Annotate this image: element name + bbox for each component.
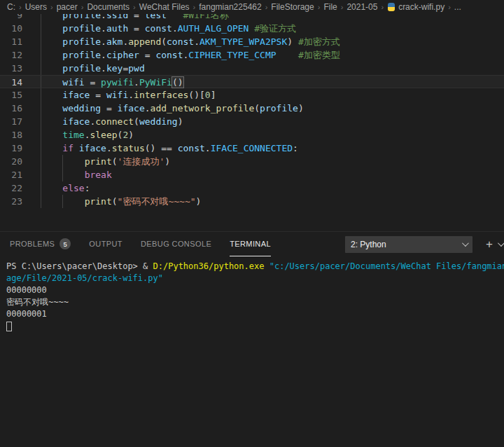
code-line-23: 23 print("密码不对哦~~~~") <box>0 195 504 208</box>
code-token: = <box>90 90 106 100</box>
line-number: 18 <box>0 128 22 142</box>
breadcrumb-item-2021-05[interactable]: 2021-05 <box>346 2 377 12</box>
panel-actions: 2: Python + <box>345 236 504 253</box>
code-token: CIPHER_TYPE_CCMP <box>188 50 276 60</box>
code-token: = <box>85 77 101 88</box>
code-token <box>41 77 62 88</box>
panel-header: PROBLEMS5OUTPUTDEBUG CONSOLETERMINAL 2: … <box>0 232 504 256</box>
code-token: iface <box>118 103 145 114</box>
breadcrumb-item-fangmian225462[interactable]: fangmian225462 <box>199 2 261 12</box>
code-token: = <box>128 23 144 34</box>
panel-tab-problems[interactable]: PROBLEMS5 <box>10 232 71 256</box>
code-token: ( <box>254 103 260 114</box>
breadcrumb-item-file[interactable]: File <box>323 2 337 12</box>
code-token: const <box>145 23 172 34</box>
code-token: profile <box>62 50 101 60</box>
terminal-text: "c:/Users/pacer/Documents/WeChat Files/f… <box>270 261 504 271</box>
code-token <box>41 143 62 153</box>
code-line-18: 18 time.sleep(2) <box>0 128 504 142</box>
terminal-output[interactable]: PS C:\Users\pacer\Desktop> & D:/Python36… <box>0 257 504 447</box>
breadcrumb-separator-icon: › <box>19 3 22 11</box>
code-token: sleep <box>90 130 117 140</box>
breadcrumb-item-wechatfiles[interactable]: WeChat Files <box>139 2 190 12</box>
code-lines: 9 profile.ssid = test #WiFi名称10 profile.… <box>0 0 504 208</box>
code-line-13: 13 profile.key=pwd <box>0 62 504 75</box>
breadcrumb-item-...[interactable]: ... <box>454 2 461 12</box>
breadcrumb-item-crack-wifi.py[interactable]: crack-wifi.py <box>387 2 444 12</box>
code-token: . <box>205 143 211 153</box>
terminal-line: PS C:\Users\pacer\Desktop> & D:/Python36… <box>6 261 504 273</box>
code-token: profile <box>62 63 101 74</box>
code-line-14: 14 wifi = pywifi.PyWiFi() <box>0 75 504 88</box>
code-token <box>41 63 62 74</box>
terminal-instance-select[interactable]: 2: Python <box>345 236 472 253</box>
terminal-cursor <box>6 322 12 331</box>
code-token: add_network_profile <box>150 103 255 114</box>
line-number: 13 <box>0 62 22 75</box>
breadcrumb-separator-icon: › <box>318 3 321 11</box>
code-token: ( <box>112 196 118 207</box>
panel-tab-label: DEBUG CONSOLE <box>141 240 211 248</box>
indent-guide <box>41 22 41 35</box>
indent-guide <box>41 181 41 195</box>
code-token: wifi <box>106 90 128 100</box>
indent-guide <box>41 142 41 155</box>
breadcrumb-separator-icon: › <box>381 3 384 11</box>
terminal-text: 密码不对哦~~~~ <box>6 297 69 307</box>
code-token: ) <box>178 116 183 127</box>
breadcrumb-item-c[interactable]: C: <box>7 2 15 12</box>
new-terminal-button[interactable]: + <box>482 238 496 252</box>
code-token: const <box>178 143 205 153</box>
line-number: 15 <box>0 88 22 102</box>
code-token: connect <box>95 116 134 127</box>
code-line-17: 17 iface.connect(wedding) <box>0 115 504 128</box>
breadcrumb-item-filestorage[interactable]: FileStorage <box>271 2 314 12</box>
code-token: = <box>139 50 155 60</box>
line-number: 14 <box>0 76 22 89</box>
line-number: 17 <box>0 115 22 128</box>
panel-tab-label: PROBLEMS <box>10 240 55 248</box>
breadcrumb-item-users[interactable]: Users <box>25 2 47 12</box>
code-token: . <box>134 77 139 88</box>
line-number: 12 <box>0 48 22 62</box>
code-token: print <box>85 196 112 207</box>
code-line-12: 12 profile.cipher = const.CIPHER_TYPE_CC… <box>0 48 504 62</box>
problems-count-badge: 5 <box>59 238 71 249</box>
panel-tabs: PROBLEMS5OUTPUTDEBUG CONSOLETERMINAL <box>10 232 289 256</box>
code-token <box>41 36 62 47</box>
line-number: 19 <box>0 142 22 155</box>
code-token: iface <box>62 116 90 127</box>
indent-guide <box>41 128 41 142</box>
code-token: const <box>155 50 183 60</box>
code-token: ) <box>128 130 134 140</box>
breadcrumb-item-documents[interactable]: Documents <box>87 2 130 12</box>
code-token: #加密方式 <box>298 36 340 47</box>
code-token: ) <box>164 156 170 167</box>
code-token: . <box>194 36 200 47</box>
code-token: key <box>106 63 122 74</box>
panel-tab-label: TERMINAL <box>230 240 271 248</box>
code-token: ) <box>196 196 202 207</box>
code-token: if <box>62 143 74 153</box>
code-token <box>41 130 62 140</box>
code-line-11: 11 profile.akm.append(const.AKM_TYPE_WPA… <box>0 35 504 48</box>
code-editor[interactable]: 9 profile.ssid = test #WiFi名称10 profile.… <box>0 0 504 231</box>
bottom-panel: PROBLEMS5OUTPUTDEBUG CONSOLETERMINAL 2: … <box>0 231 504 447</box>
panel-tab-debug-console[interactable]: DEBUG CONSOLE <box>141 232 211 256</box>
terminal-cursor-line <box>6 320 504 332</box>
code-token: IFACE_CONNECTED <box>211 143 293 153</box>
breadcrumb-item-pacer[interactable]: pacer <box>57 2 78 12</box>
code-token: time <box>62 130 84 140</box>
terminal-text: age/File/2021-05/crack-wifi.py" <box>6 273 163 283</box>
code-token <box>41 183 62 193</box>
code-line-15: 15 iface = wifi.interfaces()[0] <box>0 88 504 102</box>
panel-tab-terminal[interactable]: TERMINAL <box>230 232 271 256</box>
code-token <box>276 50 298 60</box>
code-token: #验证方式 <box>254 23 296 34</box>
indent-guide <box>62 195 63 208</box>
terminal-dropdown-chevron-icon[interactable] <box>498 240 504 247</box>
indent-guide <box>41 102 41 115</box>
panel-tab-output[interactable]: OUTPUT <box>89 232 122 256</box>
breadcrumb-separator-icon: › <box>81 3 84 11</box>
code-token: . <box>145 103 150 114</box>
